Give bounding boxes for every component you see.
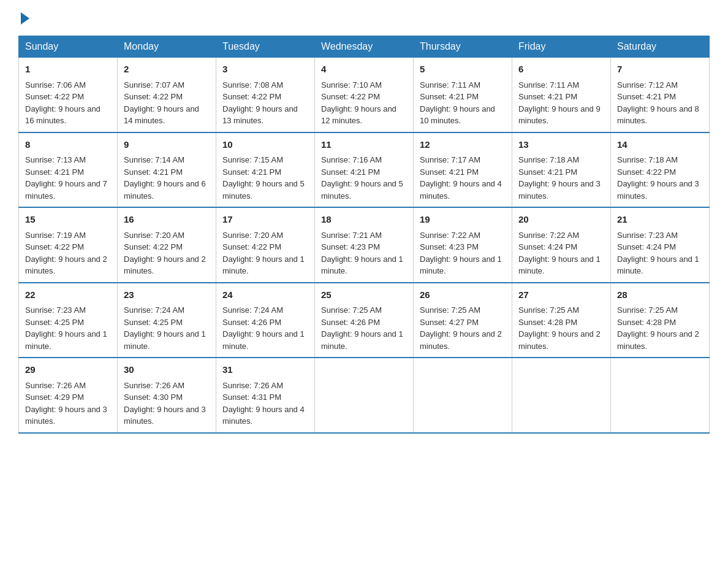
calendar-cell: 8 Sunrise: 7:13 AM Sunset: 4:21 PM Dayli…	[19, 132, 118, 208]
day-sunset: Sunset: 4:22 PM	[25, 92, 84, 101]
day-number: 2	[124, 63, 210, 77]
day-daylight: Daylight: 9 hours and 3 minutes.	[518, 179, 601, 201]
calendar-cell	[611, 358, 710, 433]
day-header-friday: Friday	[512, 36, 611, 58]
day-sunrise: Sunrise: 7:06 AM	[25, 80, 86, 90]
day-sunset: Sunset: 4:21 PM	[518, 92, 577, 101]
day-sunrise: Sunrise: 7:19 AM	[25, 231, 86, 240]
calendar-cell: 25 Sunrise: 7:25 AM Sunset: 4:26 PM Dayl…	[315, 283, 414, 358]
day-daylight: Daylight: 9 hours and 7 minutes.	[25, 179, 107, 201]
day-sunset: Sunset: 4:25 PM	[124, 318, 183, 327]
day-daylight: Daylight: 9 hours and 2 minutes.	[518, 329, 601, 351]
calendar-cell: 3 Sunrise: 7:08 AM Sunset: 4:22 PM Dayli…	[216, 58, 315, 132]
calendar-cell: 21 Sunrise: 7:23 AM Sunset: 4:24 PM Dayl…	[611, 207, 710, 283]
day-number: 1	[25, 63, 111, 77]
day-daylight: Daylight: 9 hours and 1 minute.	[518, 255, 601, 276]
day-sunrise: Sunrise: 7:25 AM	[617, 305, 678, 315]
calendar-cell: 2 Sunrise: 7:07 AM Sunset: 4:22 PM Dayli…	[118, 58, 216, 132]
day-daylight: Daylight: 9 hours and 1 minute.	[124, 329, 206, 351]
day-sunset: Sunset: 4:22 PM	[25, 242, 84, 251]
day-sunset: Sunset: 4:26 PM	[321, 318, 380, 327]
day-sunset: Sunset: 4:21 PM	[518, 167, 577, 177]
day-number: 15	[25, 213, 111, 227]
day-number: 20	[518, 213, 604, 227]
day-daylight: Daylight: 9 hours and 4 minutes.	[222, 405, 305, 426]
day-header-thursday: Thursday	[414, 36, 512, 58]
calendar-cell: 20 Sunrise: 7:22 AM Sunset: 4:24 PM Dayl…	[512, 207, 611, 283]
day-sunrise: Sunrise: 7:18 AM	[518, 155, 579, 164]
day-daylight: Daylight: 9 hours and 16 minutes.	[25, 104, 100, 126]
day-sunrise: Sunrise: 7:10 AM	[321, 80, 382, 90]
day-sunset: Sunset: 4:29 PM	[25, 393, 84, 402]
day-sunrise: Sunrise: 7:20 AM	[124, 231, 184, 240]
day-sunset: Sunset: 4:26 PM	[222, 318, 281, 327]
calendar-cell: 5 Sunrise: 7:11 AM Sunset: 4:21 PM Dayli…	[414, 58, 512, 132]
day-number: 21	[617, 213, 703, 227]
day-daylight: Daylight: 9 hours and 14 minutes.	[124, 104, 199, 126]
day-sunset: Sunset: 4:28 PM	[617, 318, 676, 327]
day-number: 17	[222, 213, 308, 227]
day-sunrise: Sunrise: 7:11 AM	[420, 80, 480, 90]
day-sunrise: Sunrise: 7:26 AM	[124, 381, 184, 390]
day-sunset: Sunset: 4:22 PM	[222, 242, 281, 251]
day-number: 22	[25, 288, 111, 302]
day-sunrise: Sunrise: 7:25 AM	[420, 305, 480, 315]
day-sunrise: Sunrise: 7:11 AM	[518, 80, 579, 90]
calendar-week-row: 1 Sunrise: 7:06 AM Sunset: 4:22 PM Dayli…	[19, 58, 710, 132]
day-sunrise: Sunrise: 7:26 AM	[222, 381, 283, 390]
calendar-cell: 29 Sunrise: 7:26 AM Sunset: 4:29 PM Dayl…	[19, 358, 118, 433]
day-daylight: Daylight: 9 hours and 1 minute.	[420, 255, 502, 276]
day-number: 16	[124, 213, 210, 227]
day-number: 3	[222, 63, 308, 77]
day-sunrise: Sunrise: 7:24 AM	[124, 305, 184, 315]
day-sunset: Sunset: 4:22 PM	[124, 242, 183, 251]
day-sunrise: Sunrise: 7:13 AM	[25, 155, 86, 164]
day-number: 11	[321, 138, 407, 152]
day-sunset: Sunset: 4:28 PM	[518, 318, 577, 327]
day-sunset: Sunset: 4:22 PM	[124, 92, 183, 101]
day-header-sunday: Sunday	[19, 36, 118, 58]
day-daylight: Daylight: 9 hours and 5 minutes.	[222, 179, 305, 201]
day-sunrise: Sunrise: 7:18 AM	[617, 155, 678, 164]
day-sunrise: Sunrise: 7:26 AM	[25, 381, 86, 390]
day-sunset: Sunset: 4:23 PM	[321, 242, 380, 251]
calendar-cell: 22 Sunrise: 7:23 AM Sunset: 4:25 PM Dayl…	[19, 283, 118, 358]
day-number: 30	[124, 363, 210, 377]
calendar-cell: 27 Sunrise: 7:25 AM Sunset: 4:28 PM Dayl…	[512, 283, 611, 358]
day-sunset: Sunset: 4:27 PM	[420, 318, 479, 327]
day-number: 12	[420, 138, 506, 152]
day-daylight: Daylight: 9 hours and 1 minute.	[617, 255, 699, 276]
calendar-header-row: SundayMondayTuesdayWednesdayThursdayFrid…	[19, 36, 710, 58]
day-daylight: Daylight: 9 hours and 3 minutes.	[617, 179, 699, 201]
calendar-cell: 19 Sunrise: 7:22 AM Sunset: 4:23 PM Dayl…	[414, 207, 512, 283]
calendar-cell: 17 Sunrise: 7:20 AM Sunset: 4:22 PM Dayl…	[216, 207, 315, 283]
logo	[18, 12, 29, 25]
calendar-table: SundayMondayTuesdayWednesdayThursdayFrid…	[18, 36, 710, 434]
calendar-cell: 28 Sunrise: 7:25 AM Sunset: 4:28 PM Dayl…	[611, 283, 710, 358]
day-sunset: Sunset: 4:22 PM	[321, 92, 380, 101]
day-sunrise: Sunrise: 7:22 AM	[420, 231, 480, 240]
day-number: 24	[222, 288, 308, 302]
calendar-cell: 12 Sunrise: 7:17 AM Sunset: 4:21 PM Dayl…	[414, 132, 512, 208]
calendar-cell: 6 Sunrise: 7:11 AM Sunset: 4:21 PM Dayli…	[512, 58, 611, 132]
day-number: 8	[25, 138, 111, 152]
day-number: 5	[420, 63, 506, 77]
day-daylight: Daylight: 9 hours and 12 minutes.	[321, 104, 396, 126]
calendar-cell: 7 Sunrise: 7:12 AM Sunset: 4:21 PM Dayli…	[611, 58, 710, 132]
calendar-cell	[512, 358, 611, 433]
day-sunset: Sunset: 4:21 PM	[321, 167, 380, 177]
day-number: 19	[420, 213, 506, 227]
day-daylight: Daylight: 9 hours and 6 minutes.	[124, 179, 206, 201]
calendar-cell: 26 Sunrise: 7:25 AM Sunset: 4:27 PM Dayl…	[414, 283, 512, 358]
day-sunrise: Sunrise: 7:21 AM	[321, 231, 382, 240]
page-header	[18, 12, 710, 25]
day-sunset: Sunset: 4:24 PM	[518, 242, 577, 251]
calendar-week-row: 29 Sunrise: 7:26 AM Sunset: 4:29 PM Dayl…	[19, 358, 710, 433]
day-sunset: Sunset: 4:21 PM	[124, 167, 183, 177]
day-number: 7	[617, 63, 703, 77]
day-number: 31	[222, 363, 308, 377]
day-number: 29	[25, 363, 111, 377]
day-sunrise: Sunrise: 7:22 AM	[518, 231, 579, 240]
day-header-wednesday: Wednesday	[315, 36, 414, 58]
day-sunset: Sunset: 4:30 PM	[124, 393, 183, 402]
